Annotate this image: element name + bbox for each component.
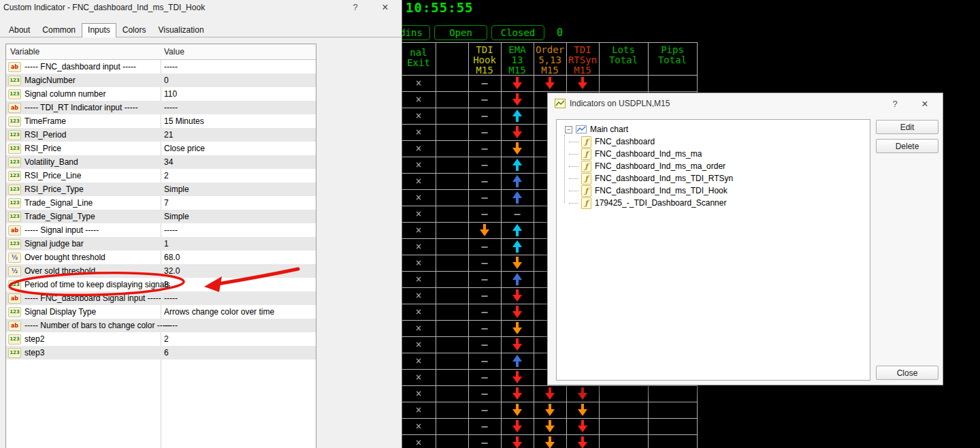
param-rows: ab----- FNC_dashboard input ----------12… <box>6 60 316 359</box>
indicator-icon: ƒ <box>581 161 591 172</box>
param-name: ----- FNC_dashboard input ----- <box>24 62 136 71</box>
tree-item[interactable]: ƒFNC_dashboard_Ind_ms_ma <box>561 148 866 160</box>
dash-mark: – <box>481 273 487 285</box>
dash-mark: – <box>481 110 487 122</box>
tab-about[interactable]: About <box>3 23 36 37</box>
x-mark: × <box>415 142 421 155</box>
param-row[interactable]: 123step22 <box>6 332 316 346</box>
param-value: Simple <box>164 185 189 194</box>
param-row[interactable]: 123MagicNumber0 <box>6 74 316 87</box>
help-icon[interactable]: ? <box>347 1 363 14</box>
tree-item[interactable]: ƒFNC_dashboard_Ind_ms_ma_order <box>561 160 866 172</box>
arrow-down-icon <box>512 404 523 416</box>
close-icon[interactable]: × <box>377 1 393 14</box>
param-row[interactable]: 123RSI_PriceClose price <box>6 142 316 155</box>
param-row[interactable]: 123RSI_Price_Line2 <box>6 169 316 182</box>
param-name: RSI_Period <box>24 130 66 140</box>
param-row[interactable]: ½Over sold threshold32.0 <box>6 264 316 278</box>
param-name: step2 <box>24 334 44 344</box>
arrow-down-icon <box>512 289 523 302</box>
x-mark: × <box>415 289 421 302</box>
delete-button[interactable]: Delete <box>876 139 938 153</box>
param-row[interactable]: 123TimeFrame15 Minutes <box>6 114 316 128</box>
chart-icon <box>576 125 587 133</box>
dash-mark: – <box>481 289 487 302</box>
close-icon[interactable]: × <box>917 98 933 110</box>
param-row[interactable]: 123Signal column number110 <box>6 87 316 101</box>
param-row[interactable]: 123Signal judge bar1 <box>6 237 316 251</box>
param-row[interactable]: 123step36 <box>6 346 316 359</box>
param-row[interactable]: 123Trade_Signal_Line7 <box>6 196 316 210</box>
param-name: RSI_Price <box>24 144 61 153</box>
param-row[interactable]: 123RSI_Period21 <box>6 128 316 142</box>
param-row[interactable]: 123Signal Display TypeArrows change colo… <box>6 305 316 319</box>
grid-column-header: Lots Total <box>604 45 642 65</box>
x-mark: × <box>415 126 421 138</box>
param-row[interactable]: ½Over bought threshold68.0 <box>6 251 316 264</box>
param-row[interactable]: ab----- FNC_dashboard input ---------- <box>6 60 316 74</box>
param-value: ----- <box>164 62 178 71</box>
param-row[interactable]: 123Volatility_Band34 <box>6 155 316 169</box>
arrow-up-icon <box>512 175 523 187</box>
x-mark: × <box>415 191 421 204</box>
dialog-titlebar[interactable]: Custom Indicator - FNC_dashboard_Ind_ms_… <box>0 0 402 15</box>
param-type-icon: 123 <box>8 185 21 195</box>
param-row[interactable]: ab----- Signal input ---------- <box>6 223 316 237</box>
tree-item[interactable]: ƒFNC_dashboard <box>561 135 866 148</box>
dash-mark: – <box>481 257 487 269</box>
tab-inputs[interactable]: Inputs <box>82 23 116 37</box>
param-row[interactable]: 123Period of time to keep displaying sig… <box>6 278 316 291</box>
param-row[interactable]: ab----- TDI_RT Indicator input ---------… <box>6 101 316 114</box>
x-mark: × <box>415 436 421 448</box>
dash-mark: – <box>481 77 487 89</box>
tree-item-label: FNC_dashboard <box>595 137 655 146</box>
tree-item[interactable]: ƒFNC_dashboard_Ind_ms_TDI_Hook <box>561 185 866 197</box>
inputs-table: Variable Value ab----- FNC_dashboard inp… <box>5 44 316 448</box>
tree-item[interactable]: ƒFNC_dashboard_Ind_ms_TDI_RTSyn <box>561 172 866 185</box>
param-value: 1 <box>164 239 169 249</box>
help-icon[interactable]: ? <box>887 98 903 110</box>
param-type-icon: ab <box>8 103 21 113</box>
dash-mark: – <box>481 371 487 383</box>
param-value: Simple <box>164 212 189 221</box>
param-type-icon: 123 <box>8 280 21 290</box>
param-value: 0 <box>164 76 169 85</box>
tab-colors[interactable]: Colors <box>116 23 152 37</box>
x-mark: × <box>415 322 421 334</box>
param-row[interactable]: ab----- Number of bars to change color -… <box>6 319 316 332</box>
x-mark: × <box>415 404 421 416</box>
x-mark: × <box>415 338 421 351</box>
tab-visualization[interactable]: Visualization <box>152 23 210 37</box>
grid-column-header: nal Exit <box>402 48 438 68</box>
param-name: Period of time to keep displaying signal… <box>24 280 170 289</box>
dash-mark: – <box>481 191 487 204</box>
gridline-v <box>468 42 469 448</box>
param-name: Volatility_Band <box>24 157 78 167</box>
indicators-dialog-titlebar[interactable]: Indicators on USDPLN,M15 ? × <box>548 93 943 114</box>
tree-item-label: 179425_-_TDI_Dashboard_Scanner <box>595 198 726 208</box>
tree-item-label: FNC_dashboard_Ind_ms_ma <box>595 149 702 159</box>
dash-mark: – <box>481 404 487 416</box>
tab-common[interactable]: Common <box>36 23 82 37</box>
dash-mark: – <box>481 175 487 187</box>
param-name: Over sold threshold <box>24 266 95 276</box>
edit-button[interactable]: Edit <box>876 120 938 134</box>
x-mark: × <box>415 208 421 220</box>
param-row[interactable]: 123Trade_Signal_TypeSimple <box>6 210 316 223</box>
param-type-icon: ab <box>8 225 21 236</box>
indicators-list[interactable]: −Main chartƒFNC_dashboardƒFNC_dashboard_… <box>556 119 870 381</box>
tree-root-main-chart[interactable]: −Main chart <box>561 123 866 135</box>
indicators-dialog: Indicators on USDPLN,M15 ? × −Main chart… <box>548 93 943 385</box>
close-button[interactable]: Close <box>876 366 938 380</box>
tree-item[interactable]: ƒ179425_-_TDI_Dashboard_Scanner <box>561 197 866 209</box>
param-value: Close price <box>164 144 205 153</box>
param-value: 32.0 <box>164 266 180 276</box>
param-row[interactable]: ab----- FNC_dashboard Signal input -----… <box>6 291 316 305</box>
param-row[interactable]: 123RSI_Price_TypeSimple <box>6 182 316 196</box>
gridline-h <box>402 434 697 435</box>
param-type-icon: 123 <box>8 212 21 222</box>
arrow-up-icon <box>512 191 523 204</box>
param-type-icon: ab <box>8 321 21 331</box>
collapse-icon[interactable]: − <box>565 126 572 133</box>
x-mark: × <box>415 306 421 318</box>
